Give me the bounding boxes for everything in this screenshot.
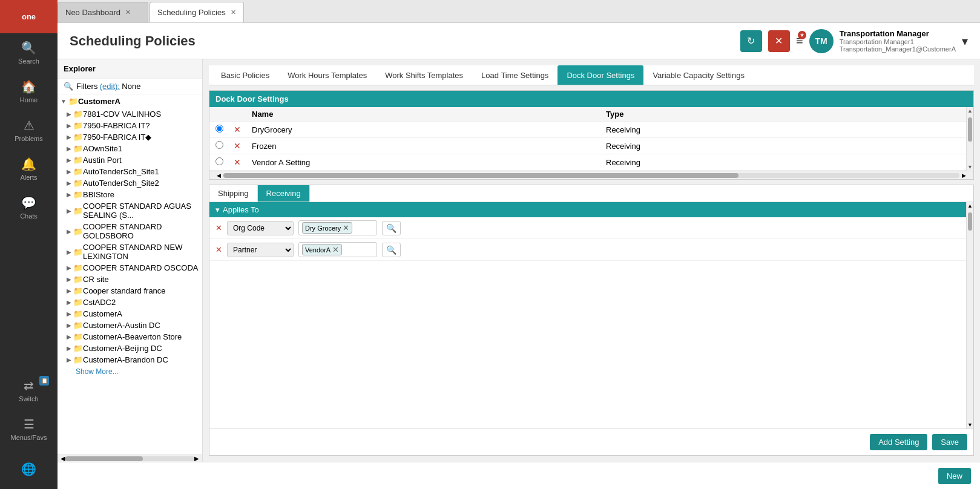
search-button[interactable]: 🔍 (382, 243, 401, 257)
tree-item[interactable]: ▶📁 7881-CDV VALINHOS (58, 108, 202, 120)
applies-dropdown[interactable]: Org CodePartnerSite (227, 221, 294, 235)
dock-door-panel: Dock Door Settings Name Type ✕ DryGrocer… (209, 90, 974, 180)
scroll-right-arrow[interactable]: ▶ (194, 455, 199, 462)
tree-item[interactable]: ▶📁 Cooper standard france (58, 285, 202, 297)
folder-icon: 📁 (73, 156, 83, 165)
search-button[interactable]: 🔍 (382, 221, 401, 235)
row-radio[interactable] (215, 141, 223, 149)
dock-table-wrapper: Name Type ✕ DryGrocery Receiving ✕ Froze… (209, 107, 973, 171)
sidebar-item-search[interactable]: 🔍 Search (0, 33, 58, 72)
tree-item[interactable]: ▶📁 COOPER STANDARD AGUAS SEALING (S... (58, 200, 202, 221)
tree-item[interactable]: ▶📁 COOPER STANDARD NEW LEXINGTON (58, 241, 202, 262)
tab-receiving[interactable]: Receiving (258, 185, 310, 202)
applies-scroll-up[interactable]: ▲ (967, 202, 973, 209)
sidebar-item-home[interactable]: 🏠 Home (0, 72, 58, 111)
tree-item[interactable]: ▶📁 AOwnSite1 (58, 143, 202, 154)
hscroll-right[interactable]: ▶ (962, 172, 966, 179)
tree-root[interactable]: ▼ 📁 CustomerA (58, 94, 202, 108)
notification-area: ≡ ★ (796, 34, 803, 48)
scroll-track (65, 456, 194, 461)
applies-dropdown[interactable]: Org CodePartnerSite (227, 243, 294, 257)
tab-work-hours[interactable]: Work Hours Templates (278, 65, 376, 85)
user-dropdown-button[interactable]: ▾ (962, 34, 968, 48)
dock-table-row[interactable]: ✕ Vendor A Setting Receiving (209, 154, 966, 171)
dock-right-scrollbar[interactable]: ▲ ▼ (966, 107, 973, 171)
expander-icon: ▶ (67, 228, 71, 235)
row-radio[interactable] (215, 157, 223, 165)
scroll-down-arrow[interactable]: ▼ (967, 163, 973, 171)
tree-item[interactable]: ▶📁 Austin Port (58, 154, 202, 166)
close-button[interactable]: ✕ (768, 30, 790, 52)
tree-item[interactable]: ▶📁 CustomerA (58, 308, 202, 320)
tree-item[interactable]: ▶📁 7950-FABRICA IT? (58, 120, 202, 131)
tab-shipping[interactable]: Shipping (209, 185, 258, 202)
app-logo[interactable]: one (0, 0, 58, 33)
tab-work-shifts[interactable]: Work Shifts Templates (376, 65, 472, 85)
add-setting-button[interactable]: Add Setting (870, 434, 927, 450)
applies-footer: Add Setting Save (209, 428, 973, 455)
sidebar-item-chats[interactable]: 💬 Chats (0, 188, 58, 227)
tab-load-time[interactable]: Load Time Settings (472, 65, 557, 85)
tree-item[interactable]: ▶📁 COOPER STANDARD OSCODA (58, 262, 202, 274)
expander-icon: ▶ (67, 145, 71, 152)
new-button[interactable]: New (938, 468, 971, 484)
save-button[interactable]: Save (932, 434, 967, 450)
applies-right-scroll[interactable]: ▲ ▼ (966, 202, 973, 428)
tree-item[interactable]: ▶📁 CustomerA-Austin DC (58, 320, 202, 331)
tag-remove[interactable]: ✕ (343, 223, 349, 232)
tab-neo-close[interactable]: ✕ (125, 8, 131, 16)
applies-scroll-thumb (968, 212, 972, 231)
delete-applies-row[interactable]: ✕ (215, 223, 222, 232)
dock-table-row[interactable]: ✕ DryGrocery Receiving (209, 122, 966, 138)
explorer-tree[interactable]: ▼ 📁 CustomerA ▶📁 7881-CDV VALINHOS▶📁 795… (58, 94, 202, 455)
show-more-link[interactable]: Show More... (58, 366, 202, 378)
folder-icon: 📁 (73, 227, 83, 236)
tree-item[interactable]: ▶📁 AutoTenderSch_Site2 (58, 177, 202, 189)
sidebar-item-alerts[interactable]: 🔔 Alerts (0, 149, 58, 188)
tab-basic-policies[interactable]: Basic Policies (212, 65, 278, 85)
hscroll-left[interactable]: ◀ (217, 172, 221, 179)
delete-row-button[interactable]: ✕ (234, 141, 241, 151)
hscroll-track (223, 173, 959, 178)
expander-icon: ▶ (67, 264, 71, 271)
applies-scroll-down[interactable]: ▼ (967, 421, 973, 428)
tree-item[interactable]: ▶📁 CustomerA-Brandon DC (58, 354, 202, 366)
delete-row-button[interactable]: ✕ (234, 125, 241, 134)
sidebar-item-globe[interactable]: 🌐 (0, 455, 58, 486)
scroll-thumb (968, 117, 972, 142)
tab-variable-capacity[interactable]: Variable Capacity Settings (643, 65, 754, 85)
applies-content-wrapper: ▾ Applies To ✕ Org CodePartnerSite Dry G… (209, 202, 973, 428)
dock-hscroll[interactable]: ◀ ▶ (209, 171, 973, 179)
tree-item[interactable]: ▶📁 7950-FABRICA IT◆ (58, 131, 202, 143)
delete-applies-row[interactable]: ✕ (215, 245, 222, 254)
tree-item[interactable]: ▶📁 CstADC2 (58, 297, 202, 308)
row-radio[interactable] (215, 125, 223, 133)
horizontal-scrollbar[interactable]: ◀ ▶ (58, 455, 202, 462)
tab-scheduling-close[interactable]: ✕ (231, 8, 236, 16)
warning-icon: ⚠ (24, 118, 35, 133)
tree-item[interactable]: ▶📁 CR site (58, 274, 202, 285)
tab-dock-door[interactable]: Dock Door Settings (557, 65, 643, 85)
dock-table-header: Name Type (209, 107, 966, 122)
tree-item[interactable]: ▶📁 CustomerA-Beaverton Store (58, 331, 202, 343)
sidebar-item-menus[interactable]: ☰ Menus/Favs (0, 410, 58, 448)
tag-remove[interactable]: ✕ (332, 245, 339, 254)
scroll-up-arrow[interactable]: ▲ (967, 107, 973, 114)
tree-item[interactable]: ▶📁 CustomerA-Beijing DC (58, 343, 202, 354)
applies-section-header: ▾ Applies To (209, 202, 966, 217)
scroll-left-arrow[interactable]: ◀ (61, 455, 65, 462)
search-icon: 🔍 (21, 41, 36, 55)
refresh-button[interactable]: ↻ (740, 30, 762, 52)
notification-badge: ★ (798, 31, 806, 39)
tab-neo-dashboard[interactable]: Neo Dashboard ✕ (58, 2, 148, 22)
sidebar-item-switch[interactable]: ⇄ Switch 📋 (0, 371, 58, 410)
tab-scheduling-policies[interactable]: Scheduling Policies ✕ (150, 2, 244, 22)
filter-edit-link[interactable]: (edit): (100, 82, 120, 91)
tree-item[interactable]: ▶📁 AutoTenderSch_Site1 (58, 166, 202, 177)
delete-row-button[interactable]: ✕ (234, 157, 241, 167)
dock-table-row[interactable]: ✕ Frozen Receiving (209, 138, 966, 154)
sidebar-item-problems[interactable]: ⚠ Problems (0, 111, 58, 149)
expander-icon: ▶ (67, 322, 71, 329)
tree-item[interactable]: ▶📁 BBIStore (58, 189, 202, 200)
tree-item[interactable]: ▶📁 COOPER STANDARD GOLDSBORO (58, 221, 202, 241)
